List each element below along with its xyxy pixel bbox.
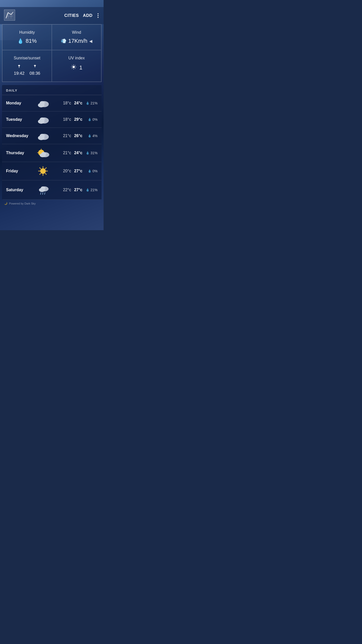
precip-value: 0% — [93, 117, 98, 122]
temp-low: 20°c — [63, 169, 71, 173]
precip-value: 31% — [90, 151, 98, 155]
table-row: Monday 18°c 24°c 💧 21% — [2, 95, 102, 111]
uv-cell: UV index 1 — [52, 50, 101, 82]
wind-direction-icon: ◀ — [89, 39, 92, 44]
sunset-time: 08:36 — [30, 63, 40, 76]
add-button[interactable]: ADD — [83, 13, 93, 18]
daily-header: DAILY — [2, 85, 102, 95]
sunrise-cell: Sunrise/sunset 19:42 — [2, 50, 52, 82]
precip-icon: 💧 — [86, 151, 89, 155]
table-row: Saturday 22°c 27°c 💧 21% — [2, 180, 102, 200]
powered-by-icon: 🌙 — [4, 202, 8, 205]
daily-section: DAILY Monday 18°c 24°c 💧 21% Tuesday 18°… — [2, 85, 102, 200]
svg-point-9 — [73, 66, 75, 68]
svg-line-16 — [72, 68, 72, 69]
temp-low: 18°c — [63, 101, 71, 105]
precipitation: 💧 0% — [82, 117, 98, 122]
wind-label: Wind — [56, 30, 97, 35]
powered-by-footer: 🌙 Powered by Dark Sky — [0, 200, 104, 207]
temp-high: 27°c — [74, 169, 82, 173]
precipitation: 💧 21% — [82, 188, 98, 192]
precipitation: 💧 21% — [82, 101, 98, 105]
temp-low: 22°c — [63, 188, 71, 192]
precip-icon: 💧 — [86, 101, 89, 105]
svg-line-47 — [40, 192, 41, 194]
precipitation: 💧 0% — [82, 169, 98, 173]
temp-low: 18°c — [63, 117, 71, 122]
sunrise-label: Sunrise/sunset — [7, 56, 48, 60]
wind-cell: Wind 💨 17Km/h ◀ — [52, 24, 101, 50]
uv-label: UV index — [56, 56, 97, 60]
temp-low: 21°c — [63, 134, 71, 138]
humidity-value: 81% — [26, 38, 37, 44]
precip-icon: 💧 — [88, 118, 92, 121]
humidity-label: Humidity — [7, 30, 48, 35]
precip-icon: 💧 — [86, 188, 89, 192]
svg-point-34 — [41, 152, 46, 155]
table-row: Friday 20°c 27°c 💧 0% — [2, 162, 102, 180]
table-row: Thursday 21°c 24°c 💧 31% — [2, 144, 102, 162]
sunrise-time-value: 19:42 — [14, 71, 25, 76]
precip-icon: 💧 — [88, 134, 92, 138]
more-menu-button[interactable] — [97, 12, 100, 19]
wind-value: 17Km/h — [68, 38, 87, 44]
humidity-icon: 💧 — [17, 38, 24, 44]
table-row: Tuesday 18°c 29°c 💧 0% — [2, 111, 102, 128]
temp-high: 29°c — [74, 117, 82, 122]
temp-high: 24°c — [74, 101, 82, 105]
precip-icon: 💧 — [88, 169, 92, 173]
svg-point-46 — [41, 186, 45, 190]
map-logo[interactable] — [4, 10, 15, 22]
day-name: Saturday — [6, 188, 34, 192]
weather-icon — [34, 115, 52, 124]
precip-value: 4% — [93, 134, 98, 138]
uv-value: 1 — [79, 64, 82, 71]
temp-low: 21°c — [63, 151, 71, 155]
weather-icon — [34, 148, 52, 158]
weather-info-grid: Humidity 💧 81% Wind 💨 17Km/h ◀ Sunrise/s… — [2, 24, 102, 82]
sunset-time-value: 08:36 — [30, 71, 40, 76]
weather-icon — [34, 184, 52, 196]
sunrise-time: 19:42 — [14, 63, 25, 76]
svg-point-20 — [40, 101, 45, 105]
svg-line-17 — [75, 65, 75, 66]
cities-button[interactable]: CITIES — [64, 13, 79, 18]
svg-line-15 — [75, 68, 75, 69]
day-name: Monday — [6, 101, 34, 105]
svg-marker-8 — [34, 66, 35, 67]
temp-high: 27°c — [74, 188, 82, 192]
precipitation: 💧 31% — [82, 151, 98, 155]
uv-icon — [71, 64, 77, 71]
svg-rect-0 — [4, 10, 15, 21]
app-header: CITIES ADD — [0, 7, 104, 24]
weather-icon — [34, 166, 52, 177]
sunrise-icon — [16, 63, 22, 70]
svg-point-35 — [40, 168, 46, 174]
day-name: Thursday — [6, 151, 34, 155]
svg-line-41 — [45, 173, 46, 174]
svg-point-26 — [40, 134, 45, 138]
day-name: Tuesday — [6, 117, 34, 122]
humidity-cell: Humidity 💧 81% — [2, 24, 52, 50]
day-name: Wednesday — [6, 134, 34, 138]
precipitation: 💧 4% — [82, 134, 98, 138]
svg-line-14 — [72, 65, 72, 66]
table-row: Wednesday 21°c 26°c 💧 4% — [2, 128, 102, 144]
precip-value: 21% — [90, 188, 98, 192]
temp-high: 26°c — [74, 134, 82, 138]
svg-line-42 — [40, 173, 41, 174]
weather-icon — [34, 131, 52, 140]
sunset-icon — [32, 63, 38, 70]
weather-icon — [34, 99, 52, 108]
wind-icon: 💨 — [61, 38, 66, 44]
svg-line-43 — [45, 168, 46, 169]
precip-value: 0% — [93, 169, 98, 173]
precip-value: 21% — [90, 101, 98, 105]
day-name: Friday — [6, 169, 34, 173]
svg-line-40 — [40, 168, 41, 169]
temp-high: 24°c — [74, 151, 82, 155]
svg-line-48 — [42, 192, 43, 194]
svg-point-23 — [40, 117, 45, 122]
svg-line-49 — [44, 192, 45, 194]
powered-by-text: Powered by Dark Sky — [9, 202, 36, 205]
